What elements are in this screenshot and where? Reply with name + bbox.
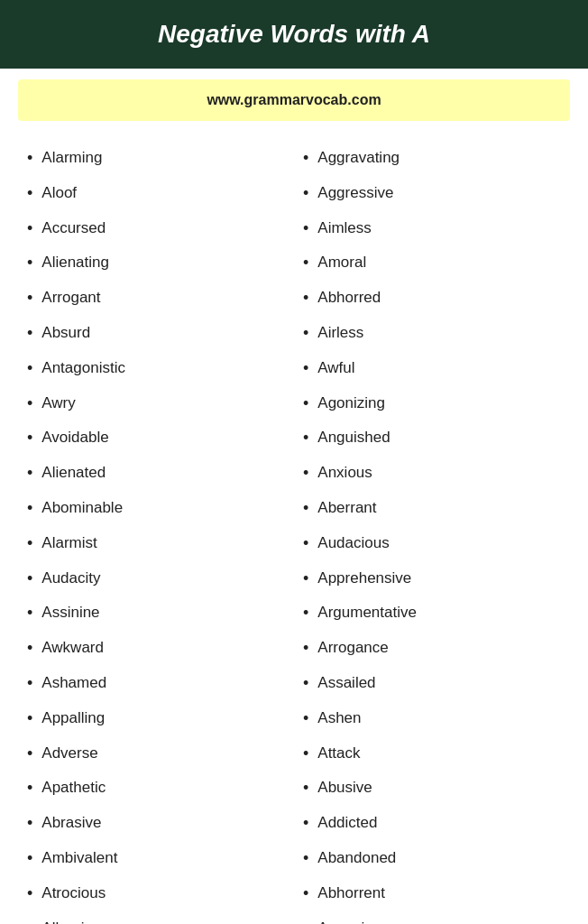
word-text: Attack — [317, 741, 360, 765]
list-item: •Alarming — [27, 141, 285, 176]
word-text: Antagonistic — [41, 356, 125, 380]
word-text: Alarming — [41, 145, 102, 170]
word-text: Allergic — [41, 916, 92, 924]
url-banner: www.grammarvocab.com — [18, 79, 570, 121]
word-text: Addicted — [317, 810, 377, 835]
list-item: •Arrogant — [27, 281, 285, 316]
word-text: Apprehensive — [317, 566, 411, 590]
word-text: Absurd — [41, 320, 90, 345]
bullet-icon: • — [303, 391, 308, 417]
list-item: •Antagonistic — [27, 351, 285, 386]
list-item: •Awful — [303, 351, 561, 386]
list-item: •Attack — [303, 736, 561, 772]
list-item: •Agonizing — [303, 386, 561, 421]
word-text: Ashamed — [41, 670, 106, 695]
bullet-icon: • — [27, 460, 32, 486]
list-item: •Abominable — [27, 491, 285, 526]
list-item: •Aberrant — [303, 491, 561, 526]
list-item: •Appalling — [27, 701, 285, 736]
word-text: Alienating — [41, 250, 109, 274]
list-item: •Anguished — [303, 420, 561, 456]
list-item: •Ambivalent — [27, 841, 285, 876]
list-item: •Avoidable — [27, 420, 285, 456]
word-text: Arrogant — [41, 285, 100, 310]
word-text: Aloof — [41, 180, 77, 205]
word-text: Aimless — [317, 216, 372, 240]
bullet-icon: • — [27, 531, 32, 557]
list-item: •Apathetic — [27, 771, 285, 806]
bullet-icon: • — [27, 916, 32, 924]
list-item: •Ashamed — [27, 666, 285, 701]
bullet-icon: • — [303, 566, 308, 592]
bullet-icon: • — [303, 531, 308, 557]
word-text: Awful — [317, 356, 354, 380]
bullet-icon: • — [303, 460, 308, 486]
bullet-icon: • — [303, 145, 308, 171]
word-text: Abusive — [317, 775, 372, 799]
list-item: •Annoying — [303, 911, 561, 924]
word-text: Atrocious — [41, 881, 106, 905]
bullet-icon: • — [27, 145, 32, 171]
bullet-icon: • — [303, 356, 308, 382]
bullet-icon: • — [27, 320, 32, 346]
list-item: •Absurd — [27, 316, 285, 351]
word-text: Abhorred — [317, 285, 381, 310]
bullet-icon: • — [303, 670, 308, 697]
word-text: Assinine — [41, 600, 99, 624]
list-item: •Aggravating — [303, 141, 561, 176]
bullet-icon: • — [27, 775, 32, 801]
word-text: Amoral — [317, 250, 366, 274]
word-text: Anguished — [317, 425, 390, 449]
url-text: www.grammarvocab.com — [207, 92, 381, 107]
list-item: •Abrasive — [27, 806, 285, 841]
list-item: •Awkward — [27, 631, 285, 666]
bullet-icon: • — [303, 881, 308, 907]
list-item: •Aloof — [27, 176, 285, 211]
right-column: •Aggravating•Aggressive•Aimless•Amoral•A… — [294, 141, 570, 924]
list-item: •Accursed — [27, 211, 285, 246]
bullet-icon: • — [27, 845, 32, 872]
bullet-icon: • — [27, 391, 32, 417]
bullet-icon: • — [303, 635, 308, 661]
list-item: •Atrocious — [27, 876, 285, 911]
list-item: •Assailed — [303, 666, 561, 701]
list-item: •Aggressive — [303, 176, 561, 211]
list-item: •Adverse — [27, 736, 285, 772]
bullet-icon: • — [27, 600, 32, 626]
word-text: Annoying — [317, 916, 381, 924]
list-item: •Apprehensive — [303, 561, 561, 596]
page-title: Negative Words with A — [18, 20, 570, 49]
bullet-icon: • — [27, 635, 32, 661]
word-text: Audacity — [41, 566, 100, 590]
bullet-icon: • — [27, 566, 32, 592]
list-item: •Argumentative — [303, 596, 561, 631]
word-text: Alienated — [41, 460, 106, 485]
list-item: •Abhorrent — [303, 876, 561, 911]
word-text: Abrasive — [41, 810, 101, 835]
list-item: •Abusive — [303, 771, 561, 806]
word-text: Abominable — [41, 495, 123, 520]
bullet-icon: • — [27, 810, 32, 836]
word-text: Ambivalent — [41, 845, 117, 870]
list-item: •Audacity — [27, 561, 285, 596]
list-item: •Awry — [27, 386, 285, 421]
word-text: Argumentative — [317, 600, 417, 624]
bullet-icon: • — [27, 250, 32, 276]
list-item: •Ashen — [303, 701, 561, 736]
list-item: •Abhorred — [303, 281, 561, 316]
word-text: Abandoned — [317, 845, 396, 870]
word-text: Adverse — [41, 741, 97, 765]
word-text: Accursed — [41, 216, 106, 240]
bullet-icon: • — [27, 670, 32, 697]
list-item: •Alarmist — [27, 526, 285, 561]
list-item: •Amoral — [303, 245, 561, 281]
word-text: Agonizing — [317, 391, 385, 415]
bullet-icon: • — [27, 881, 32, 907]
bullet-icon: • — [303, 320, 308, 346]
word-text: Appalling — [41, 706, 105, 730]
bullet-icon: • — [303, 741, 308, 767]
bullet-icon: • — [303, 600, 308, 626]
word-text: Arrogance — [317, 635, 388, 660]
bullet-icon: • — [303, 285, 308, 311]
word-text: Airless — [317, 320, 363, 345]
